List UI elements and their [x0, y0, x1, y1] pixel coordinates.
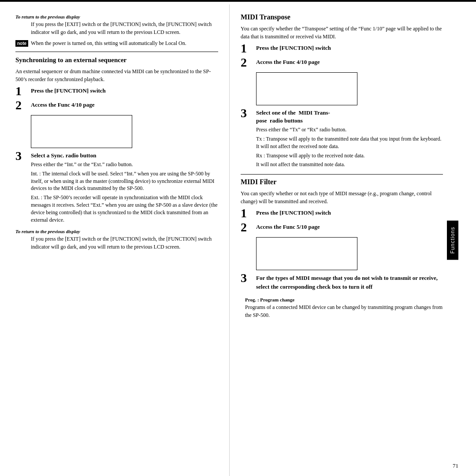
return-note2-header: To return to the previous display: [15, 228, 218, 235]
right-step1: 1 Press the [FUNCTION] switch: [241, 44, 443, 55]
left-step1-content: Press the [FUNCTION] switch: [29, 87, 218, 95]
left-step3-number: 3: [15, 150, 29, 162]
note-label: note: [15, 40, 28, 47]
filter-step1-content: Press the [FUNCTION] switch: [254, 209, 443, 217]
midi-filter-title: MIDI Filter: [241, 178, 443, 186]
filter-screen-box: [256, 237, 357, 270]
page-container: To return to the previous display If you…: [0, 0, 476, 476]
right-step1-number: 1: [241, 42, 254, 55]
left-step3-title: Select a Sync. radio button: [31, 152, 96, 159]
right-step2-number: 2: [241, 56, 254, 69]
right-step3-desc: Press either the “Tx” or “Rx” radio butt…: [256, 126, 443, 134]
filter-step2-title: Access the Func 5/10 page: [256, 223, 320, 230]
top-border: [0, 0, 476, 2]
right-step3-content: Select one of the MIDI Trans-pose radio …: [254, 109, 443, 168]
filter-step3: 3 For the types of MIDI message that you…: [241, 274, 443, 294]
filter-step3-title: For the types of MIDI message that you d…: [256, 274, 443, 291]
left-step2-title: Access the Func 4/10 page: [31, 101, 94, 108]
midi-filter-section: MIDI Filter You can specify whether or n…: [241, 174, 443, 319]
right-step1-title: Press the [FUNCTION] switch: [256, 45, 331, 51]
right-step3-tx: Tx : Transpose will apply to the transmi…: [256, 135, 443, 150]
filter-step2: 2 Access the Func 5/10 page: [241, 223, 443, 234]
left-step3: 3 Select a Sync. radio button Press eith…: [15, 152, 218, 224]
right-step2: 2 Access the Func 4/10 page: [241, 58, 443, 69]
return-note2-text: If you press the [EXIT] switch or the [F…: [31, 235, 218, 251]
right-step3-title: Select one of the MIDI Trans-pose radio …: [256, 109, 443, 125]
left-step3-desc: Press either the “Int.” or the “Ext.” ra…: [31, 161, 218, 168]
left-step1: 1 Press the [FUNCTION] switch: [15, 87, 218, 97]
left-step3-content: Select a Sync. radio button Press either…: [29, 152, 218, 224]
right-step3-rx2: It will not affect the transmitted note …: [256, 161, 443, 168]
note-text: When the power is turned on, this settin…: [31, 40, 186, 47]
filter-step1: 1 Press the [FUNCTION] switch: [241, 209, 443, 219]
functions-tab: Functions: [447, 220, 458, 260]
prog-label: Prog. : Program change: [245, 297, 443, 302]
right-step3-rx: Rx : Transpose will apply to the receive…: [256, 152, 443, 160]
left-step1-title: Press the [FUNCTION] switch: [31, 87, 106, 94]
prog-section: Prog. : Program change Programs of a con…: [245, 297, 443, 319]
left-screen-box: [31, 115, 132, 148]
filter-step2-content: Access the Func 5/10 page: [254, 223, 443, 231]
filter-step2-number: 2: [241, 221, 254, 234]
return-note-header: To return to the previous display: [15, 13, 218, 20]
right-step2-content: Access the Func 4/10 page: [254, 58, 443, 66]
left-step1-number: 1: [15, 85, 29, 97]
return-note-text: If you press the [EXIT] switch or the [F…: [31, 20, 218, 36]
sync-section-title: Synchronizing to an external sequencer: [15, 56, 218, 64]
midi-transpose-title: MIDI Transpose: [241, 13, 443, 21]
filter-step1-number: 1: [241, 207, 254, 219]
filter-step3-content: For the types of MIDI message that you d…: [254, 274, 443, 294]
prog-body: Programs of a connected MIDI device can …: [245, 303, 443, 319]
right-step3-number: 3: [241, 107, 254, 119]
left-step2: 2 Access the Func 4/10 page: [15, 101, 218, 112]
page-number: 71: [453, 462, 458, 469]
midi-transpose-body: You can specify whether the “Transpose” …: [241, 25, 443, 41]
left-step2-content: Access the Func 4/10 page: [29, 101, 218, 109]
right-step2-title: Access the Func 4/10 page: [256, 59, 320, 65]
right-screen-box: [256, 72, 357, 105]
right-step3: 3 Select one of the MIDI Trans-pose radi…: [241, 109, 443, 168]
right-step1-content: Press the [FUNCTION] switch: [254, 44, 443, 52]
left-step3-int: Int. : The internal clock will be used. …: [31, 170, 218, 192]
note-box: note When the power is turned on, this s…: [15, 40, 218, 47]
left-column: To return to the previous display If you…: [0, 4, 229, 476]
filter-step3-number: 3: [241, 272, 254, 284]
sync-body: An external sequencer or drum machine co…: [15, 67, 218, 83]
filter-step1-title: Press the [FUNCTION] switch: [256, 209, 331, 216]
left-step2-number: 2: [15, 99, 29, 112]
midi-filter-body: You can specify whether or not each type…: [241, 190, 443, 205]
left-step3-ext: Ext. : The SP-500’s recorder will operat…: [31, 194, 218, 223]
main-content: To return to the previous display If you…: [0, 4, 476, 476]
right-column: MIDI Transpose You can specify whether t…: [229, 4, 458, 476]
